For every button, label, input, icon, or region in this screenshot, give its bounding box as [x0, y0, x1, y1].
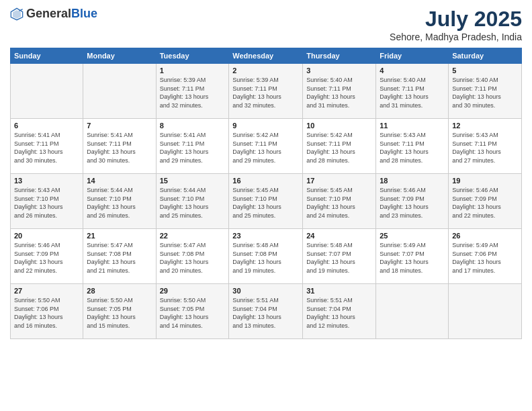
day-number: 21 [87, 232, 152, 240]
day-number: 15 [160, 177, 226, 185]
day-info: Sunrise: 5:43 AM Sunset: 7:11 PM Dayligh… [452, 131, 518, 165]
calendar-cell: 28Sunrise: 5:50 AM Sunset: 7:05 PM Dayli… [83, 284, 156, 339]
calendar-cell: 7Sunrise: 5:41 AM Sunset: 7:11 PM Daylig… [83, 119, 156, 174]
day-info: Sunrise: 5:42 AM Sunset: 7:11 PM Dayligh… [232, 131, 299, 165]
col-tuesday: Tuesday [156, 48, 229, 64]
calendar-week-3: 13Sunrise: 5:43 AM Sunset: 7:10 PM Dayli… [11, 174, 522, 229]
day-info: Sunrise: 5:51 AM Sunset: 7:04 PM Dayligh… [306, 296, 372, 330]
calendar-cell: 18Sunrise: 5:46 AM Sunset: 7:09 PM Dayli… [376, 174, 449, 229]
day-number: 2 [232, 66, 299, 75]
calendar-week-4: 20Sunrise: 5:46 AM Sunset: 7:09 PM Dayli… [11, 229, 522, 284]
day-info: Sunrise: 5:49 AM Sunset: 7:07 PM Dayligh… [380, 241, 445, 275]
day-info: Sunrise: 5:40 AM Sunset: 7:11 PM Dayligh… [306, 76, 372, 109]
day-info: Sunrise: 5:42 AM Sunset: 7:11 PM Dayligh… [306, 131, 372, 165]
day-number: 30 [232, 287, 299, 295]
day-number: 14 [87, 177, 152, 185]
calendar-cell: 14Sunrise: 5:44 AM Sunset: 7:10 PM Dayli… [83, 174, 156, 229]
calendar-header-row: Sunday Monday Tuesday Wednesday Thursday… [11, 48, 522, 64]
day-info: Sunrise: 5:41 AM Sunset: 7:11 PM Dayligh… [14, 131, 79, 165]
logo-blue: Blue [71, 7, 97, 20]
col-saturday: Saturday [449, 48, 522, 64]
day-number: 28 [87, 287, 152, 295]
header: GeneralBlue July 2025 Sehore, Madhya Pra… [10, 7, 522, 42]
day-number: 26 [452, 232, 518, 240]
day-info: Sunrise: 5:47 AM Sunset: 7:08 PM Dayligh… [87, 241, 152, 275]
calendar-cell: 4Sunrise: 5:40 AM Sunset: 7:11 PM Daylig… [376, 64, 449, 119]
page: GeneralBlue July 2025 Sehore, Madhya Pra… [0, 0, 532, 411]
logo-general: General [26, 7, 71, 20]
calendar-cell: 8Sunrise: 5:41 AM Sunset: 7:11 PM Daylig… [156, 119, 229, 174]
calendar-cell: 6Sunrise: 5:41 AM Sunset: 7:11 PM Daylig… [11, 119, 83, 174]
calendar-cell: 31Sunrise: 5:51 AM Sunset: 7:04 PM Dayli… [303, 284, 376, 339]
calendar-cell: 9Sunrise: 5:42 AM Sunset: 7:11 PM Daylig… [229, 119, 303, 174]
calendar-cell: 24Sunrise: 5:48 AM Sunset: 7:07 PM Dayli… [303, 229, 376, 284]
calendar-cell: 16Sunrise: 5:45 AM Sunset: 7:10 PM Dayli… [229, 174, 303, 229]
calendar-cell: 12Sunrise: 5:43 AM Sunset: 7:11 PM Dayli… [449, 119, 522, 174]
calendar-cell [11, 64, 83, 119]
day-number: 3 [306, 66, 372, 75]
day-info: Sunrise: 5:39 AM Sunset: 7:11 PM Dayligh… [160, 76, 226, 109]
day-number: 8 [160, 122, 226, 130]
day-number: 1 [160, 66, 226, 75]
calendar-cell: 5Sunrise: 5:40 AM Sunset: 7:11 PM Daylig… [449, 64, 522, 119]
calendar-table: Sunday Monday Tuesday Wednesday Thursday… [10, 48, 522, 339]
day-number: 6 [14, 122, 79, 130]
day-number: 31 [306, 287, 372, 295]
calendar-cell: 21Sunrise: 5:47 AM Sunset: 7:08 PM Dayli… [83, 229, 156, 284]
day-info: Sunrise: 5:40 AM Sunset: 7:11 PM Dayligh… [380, 76, 445, 109]
day-info: Sunrise: 5:43 AM Sunset: 7:11 PM Dayligh… [380, 131, 445, 165]
calendar-week-1: 1Sunrise: 5:39 AM Sunset: 7:11 PM Daylig… [11, 64, 522, 119]
calendar-cell: 20Sunrise: 5:46 AM Sunset: 7:09 PM Dayli… [11, 229, 83, 284]
day-info: Sunrise: 5:44 AM Sunset: 7:10 PM Dayligh… [160, 186, 226, 220]
day-info: Sunrise: 5:40 AM Sunset: 7:11 PM Dayligh… [452, 76, 518, 109]
calendar-cell: 26Sunrise: 5:49 AM Sunset: 7:06 PM Dayli… [449, 229, 522, 284]
title-block: July 2025 Sehore, Madhya Pradesh, India [390, 7, 522, 42]
day-info: Sunrise: 5:46 AM Sunset: 7:09 PM Dayligh… [380, 186, 445, 220]
day-number: 29 [160, 287, 226, 295]
calendar-cell [449, 284, 522, 339]
day-info: Sunrise: 5:50 AM Sunset: 7:06 PM Dayligh… [14, 296, 79, 330]
day-info: Sunrise: 5:49 AM Sunset: 7:06 PM Dayligh… [452, 241, 518, 275]
day-info: Sunrise: 5:48 AM Sunset: 7:08 PM Dayligh… [232, 241, 299, 275]
col-wednesday: Wednesday [229, 48, 303, 64]
day-info: Sunrise: 5:39 AM Sunset: 7:11 PM Dayligh… [232, 76, 299, 109]
calendar-cell: 10Sunrise: 5:42 AM Sunset: 7:11 PM Dayli… [303, 119, 376, 174]
day-info: Sunrise: 5:48 AM Sunset: 7:07 PM Dayligh… [306, 241, 372, 275]
day-info: Sunrise: 5:46 AM Sunset: 7:09 PM Dayligh… [452, 186, 518, 220]
calendar-cell: 2Sunrise: 5:39 AM Sunset: 7:11 PM Daylig… [229, 64, 303, 119]
col-friday: Friday [376, 48, 449, 64]
calendar-cell: 3Sunrise: 5:40 AM Sunset: 7:11 PM Daylig… [303, 64, 376, 119]
calendar-week-2: 6Sunrise: 5:41 AM Sunset: 7:11 PM Daylig… [11, 119, 522, 174]
day-number: 11 [380, 122, 445, 130]
location: Sehore, Madhya Pradesh, India [390, 32, 522, 42]
day-number: 10 [306, 122, 372, 130]
calendar-week-5: 27Sunrise: 5:50 AM Sunset: 7:06 PM Dayli… [11, 284, 522, 339]
day-number: 9 [232, 122, 299, 130]
col-thursday: Thursday [303, 48, 376, 64]
day-info: Sunrise: 5:41 AM Sunset: 7:11 PM Dayligh… [87, 131, 152, 165]
day-number: 23 [232, 232, 299, 240]
calendar-cell: 27Sunrise: 5:50 AM Sunset: 7:06 PM Dayli… [11, 284, 83, 339]
day-info: Sunrise: 5:50 AM Sunset: 7:05 PM Dayligh… [160, 296, 226, 330]
day-info: Sunrise: 5:43 AM Sunset: 7:10 PM Dayligh… [14, 186, 79, 220]
calendar-cell: 30Sunrise: 5:51 AM Sunset: 7:04 PM Dayli… [229, 284, 303, 339]
day-info: Sunrise: 5:45 AM Sunset: 7:10 PM Dayligh… [232, 186, 299, 220]
day-number: 17 [306, 177, 372, 185]
calendar-cell: 23Sunrise: 5:48 AM Sunset: 7:08 PM Dayli… [229, 229, 303, 284]
day-info: Sunrise: 5:51 AM Sunset: 7:04 PM Dayligh… [232, 296, 299, 330]
day-info: Sunrise: 5:44 AM Sunset: 7:10 PM Dayligh… [87, 186, 152, 220]
calendar-cell: 29Sunrise: 5:50 AM Sunset: 7:05 PM Dayli… [156, 284, 229, 339]
logo-icon [10, 7, 24, 21]
calendar-cell [376, 284, 449, 339]
svg-marker-1 [13, 10, 21, 19]
day-info: Sunrise: 5:41 AM Sunset: 7:11 PM Dayligh… [160, 131, 226, 165]
calendar-cell: 25Sunrise: 5:49 AM Sunset: 7:07 PM Dayli… [376, 229, 449, 284]
day-number: 16 [232, 177, 299, 185]
day-number: 5 [452, 66, 518, 75]
day-number: 18 [380, 177, 445, 185]
day-info: Sunrise: 5:50 AM Sunset: 7:05 PM Dayligh… [87, 296, 152, 330]
day-number: 13 [14, 177, 79, 185]
day-number: 27 [14, 287, 79, 295]
calendar-cell: 19Sunrise: 5:46 AM Sunset: 7:09 PM Dayli… [449, 174, 522, 229]
month-year: July 2025 [390, 7, 522, 32]
